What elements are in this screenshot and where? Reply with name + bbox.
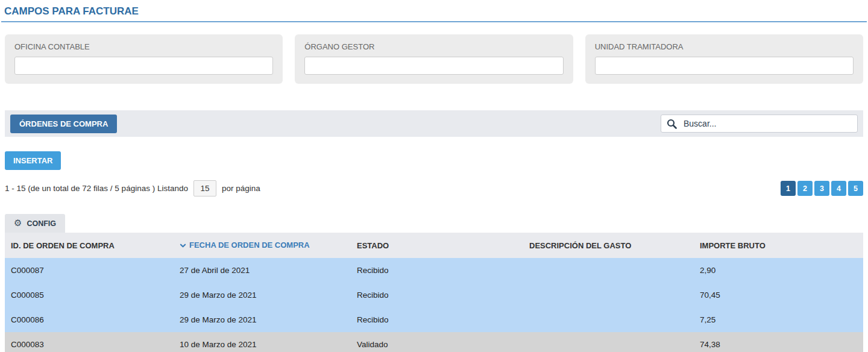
config-button-label: CONFIG [27,219,56,228]
field-panel-organo-gestor: ÓRGANO GESTOR [295,34,573,84]
column-header[interactable]: IMPORTE BRUTO [694,233,863,258]
cell-estado: Recibido [351,258,523,283]
cell-id-orden: C000085 [5,283,174,307]
cell-importe-bruto: 74,38 [694,332,863,352]
cell-id-orden: C000087 [5,258,174,283]
sort-desc-icon [180,241,186,250]
pagination-summary-suffix: por página [222,184,260,193]
page-button-5[interactable]: 5 [848,181,863,196]
table-row[interactable]: C00008529 de Marzo de 2021Recibido70,45 [5,283,863,307]
cell-estado: Recibido [351,283,523,307]
table-row[interactable]: C00008310 de Marzo de 2021Validado74,38 [5,332,863,352]
insertar-button[interactable]: INSERTAR [5,151,61,170]
ordenes-de-compra-button[interactable]: ÓRDENES DE COMPRA [10,115,117,133]
page-button-1[interactable]: 1 [781,181,796,196]
cell-fecha-orden: 10 de Marzo de 2021 [174,332,351,352]
pagination-row: 1 - 15 (de un total de 72 filas / 5 pági… [5,180,863,196]
unidad-tramitadora-label: UNIDAD TRAMITADORA [595,42,854,51]
oficina-contable-label: OFICINA CONTABLE [14,42,273,51]
unidad-tramitadora-input[interactable] [595,57,854,75]
column-header-label: ID. DE ORDEN DE COMPRA [11,241,115,250]
config-button[interactable]: ⚙ CONFIG [5,214,65,233]
column-header[interactable]: ID. DE ORDEN DE COMPRA [5,233,174,258]
column-header[interactable]: ESTADO [351,233,523,258]
column-header[interactable]: FECHA DE ORDEN DE COMPRA [174,233,351,258]
cell-fecha-orden: 29 de Marzo de 2021 [174,283,351,307]
cell-importe-bruto: 2,90 [694,258,863,283]
table-row[interactable]: C00008727 de Abril de 2021Recibido2,90 [5,258,863,283]
cell-descripcion-gasto [523,332,694,352]
oficina-contable-input[interactable] [14,57,273,75]
orders-table: ID. DE ORDEN DE COMPRAFECHA DE ORDEN DE … [5,233,863,352]
column-header[interactable]: DESCRIPCIÓN DEL GASTO [523,233,694,258]
table-header-row: ID. DE ORDEN DE COMPRAFECHA DE ORDEN DE … [5,233,863,258]
cell-fecha-orden: 27 de Abril de 2021 [174,258,351,283]
cell-descripcion-gasto [523,307,694,332]
cell-fecha-orden: 29 de Marzo de 2021 [174,307,351,332]
pagination-summary-prefix: 1 - 15 (de un total de 72 filas / 5 pági… [5,184,188,193]
organo-gestor-label: ÓRGANO GESTOR [304,42,563,51]
column-header-label: ESTADO [357,241,389,250]
cell-importe-bruto: 7,25 [694,307,863,332]
column-header-label: IMPORTE BRUTO [700,241,766,250]
page-button-3[interactable]: 3 [814,181,829,196]
cell-descripcion-gasto [523,258,694,283]
cell-id-orden: C000083 [5,332,174,352]
orders-table-body: C00008727 de Abril de 2021Recibido2,90C0… [5,258,863,352]
orders-section-bar: ÓRDENES DE COMPRA [5,110,863,137]
title-divider [1,21,867,22]
facturae-fields-section: OFICINA CONTABLE ÓRGANO GESTOR UNIDAD TR… [5,34,863,84]
cell-descripcion-gasto [523,283,694,307]
search-input[interactable] [682,118,852,129]
page-title: CAMPOS PARA FACTURAE [4,5,863,17]
magnifier-icon [667,119,677,129]
page-size-input[interactable] [193,180,216,196]
column-header-label: DESCRIPCIÓN DEL GASTO [529,241,631,250]
page-button-2[interactable]: 2 [797,181,813,196]
cell-estado: Recibido [351,307,523,332]
gear-icon: ⚙ [14,219,22,228]
cell-importe-bruto: 70,45 [694,283,863,307]
search-box[interactable] [661,115,858,133]
table-row[interactable]: C00008629 de Marzo de 2021Recibido7,25 [5,307,863,332]
field-panel-oficina-contable: OFICINA CONTABLE [5,34,283,84]
pagination-pages: 12345 [781,181,863,196]
cell-id-orden: C000086 [5,307,174,332]
organo-gestor-input[interactable] [304,57,563,75]
cell-estado: Validado [351,332,523,352]
column-header-label: FECHA DE ORDEN DE COMPRA [189,240,310,250]
pagination-summary: 1 - 15 (de un total de 72 filas / 5 pági… [5,180,260,196]
field-panel-unidad-tramitadora: UNIDAD TRAMITADORA [585,34,863,84]
page-button-4[interactable]: 4 [831,181,846,196]
